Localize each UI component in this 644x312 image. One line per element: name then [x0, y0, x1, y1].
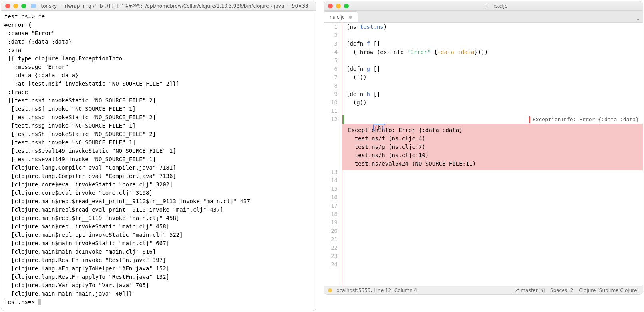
error-block: ExceptionInfo: Error {:data :data} test.…: [342, 124, 643, 170]
code-line: (g)): [342, 98, 643, 107]
tab-bar: ns.cljc ▾: [324, 11, 643, 23]
close-icon[interactable]: [328, 4, 333, 8]
tab-label: ns.cljc: [330, 14, 345, 20]
cursor-icon: [38, 299, 41, 305]
editor-title: ns.cljc: [354, 3, 639, 9]
inline-error: ExceptionInfo: Error {:data :data}: [529, 115, 639, 124]
gutter: 1 2 3 4 5 6 7 8 9 10 11 12 13 14 15 16 1…: [324, 23, 342, 286]
code-line: (h) ExceptionInfo: Error {:data :data}: [342, 115, 643, 124]
code-line: [342, 82, 643, 90]
line-number: 20: [324, 227, 338, 235]
code-lines[interactable]: (ns test.ns) (defn f [] (throw (ex-info …: [342, 23, 643, 286]
editor-wrap: ns.cljc ns.cljc ▾ 1 2 3 4 5 6 7 8 9 10 1…: [317, 0, 644, 312]
code-line: [342, 229, 643, 238]
folder-icon: [31, 4, 36, 8]
code-line: (f)): [342, 73, 643, 82]
maximize-icon[interactable]: [21, 4, 26, 8]
terminal-title: tonsky — rlwrap -r -q \" -b (){}[],^%#@"…: [37, 3, 312, 9]
close-icon[interactable]: [5, 4, 10, 8]
line-number: 16: [324, 193, 338, 202]
line-number: 22: [324, 244, 338, 252]
tab-overflow-icon[interactable]: ▾: [633, 17, 643, 22]
code-line: [342, 246, 643, 254]
terminal-prompt: test.ns=>: [4, 299, 38, 305]
traffic-lights: [328, 4, 349, 8]
terminal-output: test.ns=> *e #error { :cause "Error" :da…: [4, 13, 254, 297]
code-line: [342, 56, 643, 65]
code-line: (defn f []: [342, 40, 643, 48]
minimize-icon[interactable]: [13, 4, 18, 8]
editor-window: ns.cljc ns.cljc ▾ 1 2 3 4 5 6 7 8 9 10 1…: [324, 1, 643, 295]
line-number: 24: [324, 260, 338, 269]
code-line: [342, 204, 643, 212]
code-line: [342, 221, 643, 229]
terminal-titlebar: tonsky — rlwrap -r -q \" -b (){}[],^%#@"…: [1, 1, 316, 11]
code-line: (defn h []: [342, 90, 643, 98]
status-left: localhost:5555, Line 12, Column 4: [328, 288, 417, 293]
line-number: 5: [324, 56, 338, 65]
code-line: [342, 238, 643, 246]
traffic-lights: [5, 4, 26, 8]
line-number: 7: [324, 73, 338, 82]
code-line: [342, 107, 643, 115]
status-branch[interactable]: ⎇ master6: [514, 288, 545, 293]
line-number: 17: [324, 202, 338, 210]
eval-form: (h): [373, 124, 385, 131]
status-spaces[interactable]: Spaces: 2: [550, 288, 573, 293]
line-number: 11: [324, 107, 338, 115]
line-number: 2: [324, 31, 338, 40]
line-number: 1: [324, 23, 338, 31]
line-number: 21: [324, 235, 338, 244]
maximize-icon[interactable]: [344, 4, 349, 8]
line-number: 18: [324, 210, 338, 218]
line-number: 13: [324, 168, 338, 176]
inline-error-text: ExceptionInfo: Error {:data :data}: [533, 115, 639, 124]
line-number: 3: [324, 40, 338, 48]
code-line: (ns test.ns): [342, 23, 643, 31]
repl-status-icon: [328, 288, 332, 292]
minimize-icon[interactable]: [336, 4, 341, 8]
line-number: 4: [324, 48, 338, 56]
line-number: 19: [324, 218, 338, 227]
editor-titlebar: ns.cljc: [324, 1, 643, 11]
terminal-window: tonsky — rlwrap -r -q \" -b (){}[],^%#@"…: [1, 1, 316, 311]
code-line: [342, 187, 643, 196]
line-number: 8: [324, 82, 338, 90]
code-line: [342, 31, 643, 40]
status-connection[interactable]: localhost:5555, Line 12, Column 4: [335, 288, 417, 293]
code-line: (defn g []: [342, 65, 643, 73]
status-syntax[interactable]: Clojure (Sublime Clojure): [579, 288, 639, 293]
editor-title-text: ns.cljc: [492, 3, 507, 9]
code-line: [342, 170, 643, 179]
code-line: [342, 263, 643, 271]
code-line: (throw (ex-info "Error" {:data :data}))): [342, 48, 643, 56]
line-number: 10: [324, 98, 338, 107]
line-number: 9: [324, 90, 338, 98]
code-line: [342, 254, 643, 263]
line-number: 12: [324, 115, 338, 124]
tab-nscljc[interactable]: ns.cljc: [324, 11, 358, 22]
code-line: [342, 179, 643, 187]
line-number: 14: [324, 176, 338, 185]
line-number: 6: [324, 65, 338, 73]
line-number: 23: [324, 252, 338, 260]
status-bar: localhost:5555, Line 12, Column 4 ⎇ mast…: [324, 286, 643, 294]
file-icon: [485, 4, 489, 8]
error-bar-icon: [529, 116, 530, 123]
code-line: [342, 212, 643, 221]
gutter-gap: [324, 124, 338, 168]
dirty-dot-icon: [349, 16, 352, 19]
code-area[interactable]: 1 2 3 4 5 6 7 8 9 10 11 12 13 14 15 16 1…: [324, 23, 643, 286]
line-number: 15: [324, 185, 338, 193]
terminal-body[interactable]: test.ns=> *e #error { :cause "Error" :da…: [1, 11, 316, 311]
code-line: [342, 196, 643, 204]
